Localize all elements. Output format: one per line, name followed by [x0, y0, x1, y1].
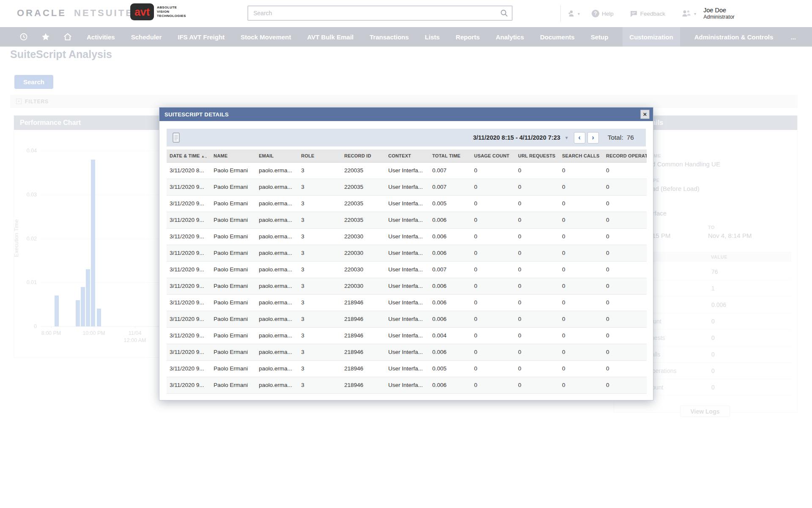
cell-email: paolo.erma...: [256, 228, 298, 245]
cell-record-operations: 0: [603, 278, 647, 294]
cell-record-id: 220030: [341, 261, 385, 278]
x-tick-label: 8:00 PM: [32, 330, 70, 337]
nav-item-lists[interactable]: Lists: [423, 27, 442, 47]
chart-bar[interactable]: [76, 300, 80, 326]
nav-item-stock-movement[interactable]: Stock Movement: [239, 27, 293, 47]
search-input[interactable]: [247, 6, 513, 21]
table-row[interactable]: 3/11/2020 9...Paolo Ermanipaolo.erma...3…: [167, 360, 647, 377]
nav-item-more[interactable]: ...: [789, 27, 798, 47]
cell-role: 3: [298, 377, 341, 393]
cell-email: paolo.erma...: [256, 212, 298, 228]
nav-item-transactions[interactable]: Transactions: [368, 27, 411, 47]
table-row[interactable]: 3/11/2020 9...Paolo Ermanipaolo.erma...3…: [167, 245, 647, 261]
stat-value: 0: [711, 318, 715, 325]
netsuite-wordmark: NETSUITE: [74, 8, 134, 18]
cell-search-calls: 0: [559, 344, 603, 360]
cell-email: paolo.erma...: [256, 261, 298, 278]
date-range-caret-icon[interactable]: ▼: [565, 135, 569, 140]
table-row[interactable]: 3/11/2020 9...Paolo Ermanipaolo.erma...3…: [167, 294, 647, 311]
nav-item-reports[interactable]: Reports: [454, 27, 482, 47]
col-header-context[interactable]: CONTEXT: [385, 149, 429, 162]
cell-total-time: 0.005: [429, 360, 471, 377]
cell-name: Paolo Ermani: [211, 311, 256, 327]
col-header-email[interactable]: EMAIL: [256, 149, 298, 162]
chart-bar[interactable]: [97, 309, 101, 326]
cell-context: User Interfa...: [385, 327, 429, 344]
stat-value: 1: [711, 285, 715, 292]
table-row[interactable]: 3/11/2020 9...Paolo Ermanipaolo.erma...3…: [167, 377, 647, 393]
export-document-icon[interactable]: [173, 133, 181, 143]
nav-item-administration-controls[interactable]: Administration & Controls: [693, 27, 775, 47]
col-header-record-operations[interactable]: RECORD OPERATIONS: [603, 149, 647, 162]
col-header-record-id[interactable]: RECORD ID: [341, 149, 385, 162]
col-header-date-time[interactable]: DATE & TIME▲.,: [167, 149, 211, 162]
cell-context: User Interfa...: [385, 294, 429, 311]
col-header-role[interactable]: ROLE: [298, 149, 341, 162]
nav-item-documents[interactable]: Documents: [538, 27, 576, 47]
x-tick-mark: [94, 326, 94, 328]
table-row[interactable]: 3/11/2020 9...Paolo Ermanipaolo.erma...3…: [167, 212, 647, 228]
cell-record-id: 218946: [341, 311, 385, 327]
col-header-total-time[interactable]: TOTAL TIME: [429, 149, 471, 162]
home-icon[interactable]: [63, 32, 72, 41]
nav-item-avt-bulk-email[interactable]: AVT Bulk Email: [305, 27, 355, 47]
cell-record-id: 220035: [341, 212, 385, 228]
chart-bar[interactable]: [86, 269, 90, 326]
table-row[interactable]: 3/11/2020 9...Paolo Ermanipaolo.erma...3…: [167, 327, 647, 344]
chart-bar[interactable]: [81, 287, 85, 326]
col-header-usage-count[interactable]: USAGE COUNT: [471, 149, 515, 162]
nav-item-analytics[interactable]: Analytics: [494, 27, 526, 47]
cell-record-operations: 0: [603, 327, 647, 344]
table-row[interactable]: 3/11/2020 9...Paolo Ermanipaolo.erma...3…: [167, 344, 647, 360]
cell-total-time: 0.006: [429, 377, 471, 393]
total-count: Total:76: [608, 134, 634, 141]
nav-item-scheduler[interactable]: Scheduler: [129, 27, 164, 47]
search-icon[interactable]: [500, 9, 508, 17]
table-row[interactable]: 3/11/2020 9...Paolo Ermanipaolo.erma...3…: [167, 278, 647, 294]
nav-item-ifs-avt-freight[interactable]: IFS AVT Freight: [176, 27, 226, 47]
table-row[interactable]: 3/11/2020 9...Paolo Ermanipaolo.erma...3…: [167, 179, 647, 195]
cell-total-time: 0.007: [429, 261, 471, 278]
cell-url-requests: 0: [515, 327, 559, 344]
col-header-name[interactable]: NAME: [211, 149, 256, 162]
cell-record-id: 218946: [341, 377, 385, 393]
user-info[interactable]: Joe Doe Administrator: [703, 7, 735, 20]
cell-record-id: 220035: [341, 162, 385, 179]
help-icon: ?: [592, 10, 599, 17]
recent-records-icon[interactable]: [19, 32, 28, 41]
table-row[interactable]: 3/11/2020 9...Paolo Ermanipaolo.erma...3…: [167, 261, 647, 278]
cell-total-time: 0.006: [429, 245, 471, 261]
nav-item-customization[interactable]: Customization: [623, 27, 680, 47]
chart-bar[interactable]: [91, 160, 95, 326]
help-button[interactable]: ? Help: [592, 10, 614, 17]
table-row[interactable]: 3/11/2020 8...Paolo Ermanipaolo.erma...3…: [167, 162, 647, 179]
close-icon[interactable]: ×: [640, 110, 650, 119]
cell-name: Paolo Ermani: [211, 294, 256, 311]
prev-page-button[interactable]: ‹: [574, 132, 585, 144]
feedback-button[interactable]: Feedback: [630, 10, 665, 18]
cell-date-time: 3/11/2020 9...: [167, 245, 211, 261]
shortcuts-star-icon[interactable]: [41, 32, 50, 41]
cell-date-time: 3/11/2020 9...: [167, 212, 211, 228]
create-new-menu[interactable]: ▾: [567, 9, 580, 18]
col-header-search-calls[interactable]: SEARCH CALLS: [559, 149, 603, 162]
table-row[interactable]: 3/11/2020 9...Paolo Ermanipaolo.erma...3…: [167, 195, 647, 212]
table-row[interactable]: 3/11/2020 9...Paolo Ermanipaolo.erma...3…: [167, 228, 647, 245]
next-page-button[interactable]: ›: [587, 132, 599, 144]
search-button[interactable]: Search: [14, 75, 53, 89]
roles-menu[interactable]: ▾: [681, 9, 696, 18]
oracle-netsuite-logo: ORACLE NETSUITE: [17, 8, 134, 19]
nav-item-setup[interactable]: Setup: [589, 27, 610, 47]
cell-record-operations: 0: [603, 360, 647, 377]
view-logs-button[interactable]: View Logs: [680, 406, 730, 417]
nav-item-activities[interactable]: Activities: [85, 27, 117, 47]
modal-titlebar[interactable]: SUITESCRIPT DETAILS ×: [159, 108, 653, 121]
col-header-url-requests[interactable]: URL REQUESTS: [515, 149, 559, 162]
date-range-selector[interactable]: 3/11/2020 8:15 - 4/11/2020 7:23: [473, 134, 560, 141]
table-row[interactable]: 3/11/2020 9...Paolo Ermanipaolo.erma...3…: [167, 311, 647, 327]
x-tick-label: 10:00 PM: [75, 330, 113, 337]
filters-bar[interactable]: + FILTERS: [10, 95, 798, 108]
cell-url-requests: 0: [515, 179, 559, 195]
cell-record-id: 220035: [341, 179, 385, 195]
chart-bar[interactable]: [55, 295, 59, 326]
